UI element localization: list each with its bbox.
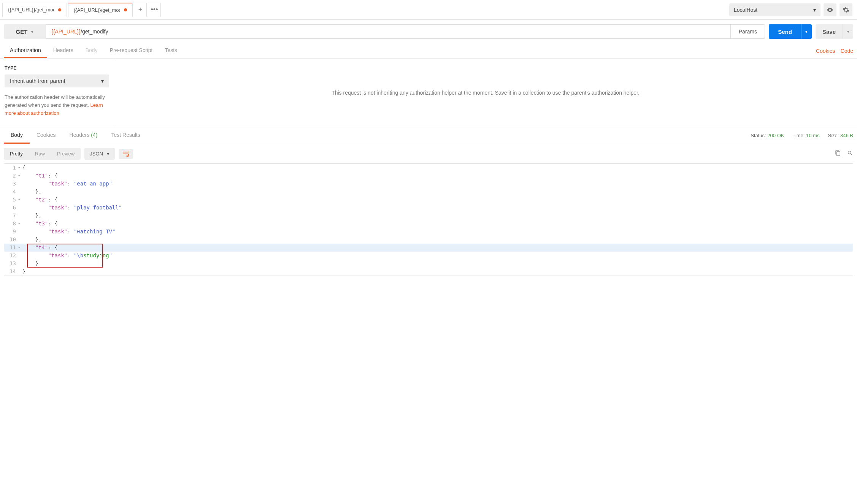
code-line: 7 }, (4, 212, 853, 220)
wrap-icon (122, 151, 129, 157)
code-line: 14} (4, 268, 853, 276)
url-variable: {{API_URL}} (51, 29, 81, 35)
headers-count: (4) (91, 132, 97, 138)
auth-type-select[interactable]: Inherit auth from parent ▾ (5, 74, 109, 87)
response-body-viewer[interactable]: 1▾{2▾ "t1": {3 "task": "eat an app"4 },5… (4, 163, 853, 276)
send-dropdown[interactable]: ▾ (801, 24, 812, 39)
status-code: 200 OK (767, 133, 784, 138)
code-line: 10 }, (4, 236, 853, 244)
format-select[interactable]: JSON ▾ (84, 148, 115, 160)
send-button[interactable]: Send ▾ (769, 24, 812, 39)
chevron-down-icon: ▾ (101, 78, 104, 84)
mode-pretty[interactable]: Pretty (4, 148, 29, 160)
topbar-right: LocalHost ▾ (729, 3, 855, 16)
response-status: Status: 200 OK Time: 10 ms Size: 346 B (751, 133, 853, 138)
save-button[interactable]: Save ▾ (816, 24, 853, 39)
url-path: /get_modify (81, 29, 108, 35)
environment-label: LocalHost (734, 7, 757, 13)
tab-headers[interactable]: Headers (47, 43, 79, 58)
response-tab-testresults[interactable]: Test Results (104, 127, 147, 144)
view-mode-group: Pretty Raw Preview (4, 148, 81, 160)
auth-sidebar: TYPE Inherit auth from parent ▾ The auth… (0, 59, 114, 127)
code-line: 9 "task": "watching TV" (4, 228, 853, 236)
settings-button[interactable] (840, 3, 852, 16)
copy-button[interactable] (835, 150, 841, 157)
response-time: 10 ms (806, 133, 819, 138)
tab-label: {{API_URL}}/get_modif (74, 7, 120, 13)
code-line: 6 "task": "play football" (4, 204, 853, 212)
unsaved-dot-icon (124, 8, 127, 11)
response-tab-body[interactable]: Body (4, 127, 30, 144)
tab-overflow-button[interactable]: ••• (148, 3, 161, 17)
tab-prerequest[interactable]: Pre-request Script (104, 43, 159, 58)
url-input[interactable]: {{API_URL}}/get_modify (46, 24, 731, 39)
code-line: 4 }, (4, 188, 853, 196)
mode-raw[interactable]: Raw (29, 148, 51, 160)
chevron-down-icon: ▾ (31, 29, 33, 34)
save-dropdown[interactable]: ▾ (843, 24, 853, 39)
code-line: 11▾ "t4": { (4, 244, 853, 252)
code-line: 12 "task": "\bstudying" (4, 252, 853, 260)
request-tabs: Authorization Headers Body Pre-request S… (0, 43, 857, 59)
auth-type-label: TYPE (5, 65, 109, 71)
http-method-select[interactable]: GET ▾ (4, 24, 46, 39)
search-icon (847, 150, 853, 156)
wrap-toggle[interactable] (119, 149, 133, 159)
environment-quicklook-button[interactable] (824, 3, 836, 16)
auth-description: The authorization header will be automat… (5, 94, 109, 117)
eye-icon (827, 6, 833, 13)
tab-label: {{API_URL}}/get_modif (8, 7, 54, 13)
environment-select[interactable]: LocalHost ▾ (729, 3, 820, 16)
tabs-area: {{API_URL}}/get_modif {{API_URL}}/get_mo… (2, 3, 729, 17)
request-row: GET ▾ {{API_URL}}/get_modify Params Send… (0, 20, 857, 43)
params-button[interactable]: Params (731, 24, 765, 39)
request-tab-0[interactable]: {{API_URL}}/get_modif (2, 3, 67, 17)
code-line: 1▾{ (4, 164, 853, 172)
code-line: 2▾ "t1": { (4, 172, 853, 180)
code-line: 3 "task": "eat an app" (4, 180, 853, 188)
code-line: 13 } (4, 260, 853, 268)
tab-authorization[interactable]: Authorization (4, 43, 47, 58)
body-toolbar: Pretty Raw Preview JSON ▾ (0, 144, 857, 163)
request-tab-1[interactable]: {{API_URL}}/get_modif (68, 3, 133, 17)
gear-icon (843, 6, 849, 13)
code-line: 5▾ "t2": { (4, 196, 853, 204)
top-bar: {{API_URL}}/get_modif {{API_URL}}/get_mo… (0, 0, 857, 20)
chevron-down-icon: ▾ (813, 7, 816, 13)
copy-icon (835, 150, 841, 156)
response-tab-cookies[interactable]: Cookies (30, 127, 63, 144)
chevron-down-icon: ▾ (107, 151, 110, 157)
tab-tests[interactable]: Tests (159, 43, 183, 58)
response-size: 346 B (840, 133, 853, 138)
code-link[interactable]: Code (841, 44, 853, 58)
unsaved-dot-icon (58, 8, 61, 11)
auth-message: This request is not inheriting any autho… (114, 59, 857, 127)
code-line: 8▾ "t3": { (4, 220, 853, 228)
tab-body[interactable]: Body (79, 43, 104, 58)
search-button[interactable] (847, 150, 853, 157)
method-label: GET (16, 29, 28, 35)
new-tab-button[interactable]: + (134, 3, 147, 17)
authorization-panel: TYPE Inherit auth from parent ▾ The auth… (0, 59, 857, 127)
response-tabs: Body Cookies Headers (4) Test Results St… (0, 127, 857, 144)
response-tab-headers[interactable]: Headers (4) (63, 127, 105, 144)
cookies-link[interactable]: Cookies (816, 44, 835, 58)
mode-preview[interactable]: Preview (51, 148, 81, 160)
